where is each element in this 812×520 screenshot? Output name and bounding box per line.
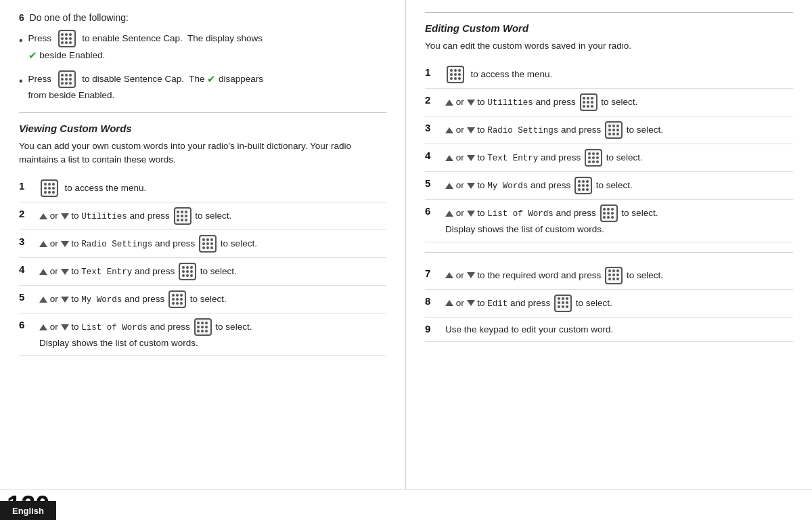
- r-arrow-down-8: [467, 300, 475, 306]
- step-num-6: 6: [19, 319, 34, 330]
- r-step-num-3: 3: [425, 122, 440, 133]
- r-menu-btn-icon-4: [585, 149, 602, 167]
- r-grid-3: [608, 125, 620, 136]
- r-mono-utilities-2: Utilities: [487, 98, 533, 108]
- bullet-1-content: Press to enable Sentence Cap. The displa…: [28, 30, 263, 64]
- r-step-num-2: 2: [425, 94, 440, 106]
- r-grid-4: [588, 152, 600, 164]
- r-arrow-up-6: [445, 211, 453, 217]
- step-1-content: to access the menu.: [39, 179, 386, 197]
- menu-btn-icon-l6: [194, 318, 212, 336]
- step-4-content: or to Text Entry and press to select.: [39, 263, 386, 280]
- r-menu-btn-icon-2: [580, 93, 597, 111]
- r-arrow-up-8: [445, 300, 453, 306]
- editing-desc: You can edit the custom words saved in y…: [425, 39, 793, 53]
- mono-radiosettings-l3: Radio Settings: [81, 240, 152, 249]
- r-step-8-content: or to Edit and press to select.: [445, 295, 793, 312]
- left-step-4: 4 or to Text Entry and press to select.: [19, 258, 386, 286]
- r-arrow-up-7: [445, 272, 453, 278]
- r-grid-2: [583, 97, 594, 108]
- right-step-3: 3 or to Radio Settings and press to sele…: [425, 116, 793, 144]
- r-menu-btn-icon-7: [605, 267, 623, 284]
- disable-button-icon: [58, 70, 76, 88]
- r-menu-btn-icon-6: [600, 204, 618, 222]
- grid-l4: [182, 266, 194, 278]
- r-step-5-content: or to My Words and press to select.: [445, 177, 793, 194]
- r-menu-btn-icon-1: [447, 66, 464, 83]
- right-step-4: 4 or to Text Entry and press to select.: [425, 144, 793, 172]
- mono-utilities-l2: Utilities: [81, 212, 127, 221]
- bullet-dot-2: •: [19, 72, 23, 90]
- r-arrow-down-5: [467, 183, 475, 189]
- r-step-num-8: 8: [425, 295, 440, 307]
- r-step-num-9: 9: [425, 323, 440, 334]
- arrow-up-l2: [39, 213, 47, 219]
- menu-btn-icon-l2: [174, 207, 191, 225]
- r-step-7-content: or to the required word and press to sel…: [445, 267, 793, 284]
- left-step-3: 3 or to Radio Settings and press to sele…: [19, 230, 386, 258]
- grid-l1: [44, 183, 55, 194]
- mono-textentry-l4: Text Entry: [81, 267, 132, 277]
- left-step-5: 5 or to My Words and press to select.: [19, 286, 386, 313]
- left-step-2: 2 or to Utilities and press to select.: [19, 202, 386, 230]
- step-6-content: or to List of Words and press to select.…: [39, 318, 386, 351]
- r-arrow-up-4: [445, 155, 453, 161]
- grid-l3: [202, 238, 214, 250]
- arrow-up-l4: [39, 269, 47, 275]
- right-step-2: 2 or to Utilities and press to select.: [425, 89, 793, 116]
- r-arrow-down-2: [467, 100, 475, 106]
- r-step-num-6: 6: [425, 205, 440, 217]
- r-mono-radiosettings-3: Radio Settings: [487, 126, 558, 135]
- r-arrow-up-2: [445, 100, 453, 106]
- footer: English 120: [0, 489, 812, 520]
- language-badge: English: [0, 501, 56, 520]
- r-arrow-up-5: [445, 183, 453, 189]
- step-5-content: or to My Words and press to select.: [39, 290, 386, 308]
- r-mono-textentry-4: Text Entry: [487, 154, 538, 163]
- right-step-9: 9 Use the keypad to edit your custom wor…: [425, 318, 793, 343]
- right-step-7: 7 or to the required word and press to s…: [425, 262, 793, 290]
- bullet-item-1: • Press to enable Sentence Cap. The disp…: [19, 30, 386, 64]
- r-arrow-down-6: [467, 211, 475, 217]
- right-step-6: 6 or to List of Words and press to selec…: [425, 200, 793, 242]
- right-step-5: 5 or to My Words and press to select.: [425, 172, 793, 200]
- menu-btn-icon-l4: [179, 263, 196, 280]
- step-num-4: 4: [19, 263, 34, 275]
- arrow-down-l2: [61, 213, 69, 219]
- r-step-4-content: or to Text Entry and press to select.: [445, 149, 793, 167]
- right-step-8: 8 or to Edit and press to select.: [425, 290, 793, 318]
- menu-btn-icon-l3: [199, 235, 217, 253]
- grid-l6: [197, 322, 208, 333]
- step6-left-note: Display shows the list of custom words.: [39, 338, 198, 348]
- step-num-5: 5: [19, 291, 34, 303]
- arrow-down-l4: [61, 269, 69, 275]
- r-grid-1: [450, 69, 461, 81]
- r-step-num-4: 4: [425, 150, 440, 161]
- bullet-2-content: Press to disable Sentence Cap. The ✔ dis…: [28, 70, 263, 103]
- bullet-item-2: • Press to disable Sentence Cap. The ✔ d…: [19, 70, 386, 103]
- right-top-divider: [425, 12, 793, 13]
- r-step-1-content: to access the menu.: [445, 66, 793, 83]
- arrow-up-l3: [39, 241, 47, 247]
- r-step-3-content: or to Radio Settings and press to select…: [445, 121, 793, 139]
- arrow-down-l5: [61, 297, 69, 303]
- editing-heading: Editing Custom Word: [425, 22, 793, 34]
- enable-button-icon: [58, 30, 76, 47]
- step6-intro-text: Do one of the following:: [30, 12, 129, 23]
- left-step-6: 6 or to List of Words and press to selec…: [19, 313, 386, 356]
- arrow-down-l3: [61, 241, 69, 247]
- mono-listofwords-l6: List of Words: [81, 323, 148, 332]
- r-grid-6: [603, 208, 614, 219]
- r-step-num-1: 1: [425, 66, 440, 78]
- arrow-down-l6: [61, 324, 69, 330]
- r-mono-listofwords-6: List of Words: [487, 209, 554, 219]
- mono-mywords-l5: My Words: [81, 295, 122, 305]
- r-step6-note: Display shows the list of custom words.: [445, 224, 604, 234]
- r-mono-mywords-5: My Words: [487, 181, 528, 191]
- menu-btn-icon-l5: [168, 290, 186, 308]
- grid-dots-icon: [61, 33, 72, 45]
- r-grid-7: [608, 269, 620, 281]
- r-step-num-7: 7: [425, 267, 440, 279]
- checkmark-icon-2: ✔: [207, 73, 216, 85]
- r-arrow-down-7: [467, 272, 475, 278]
